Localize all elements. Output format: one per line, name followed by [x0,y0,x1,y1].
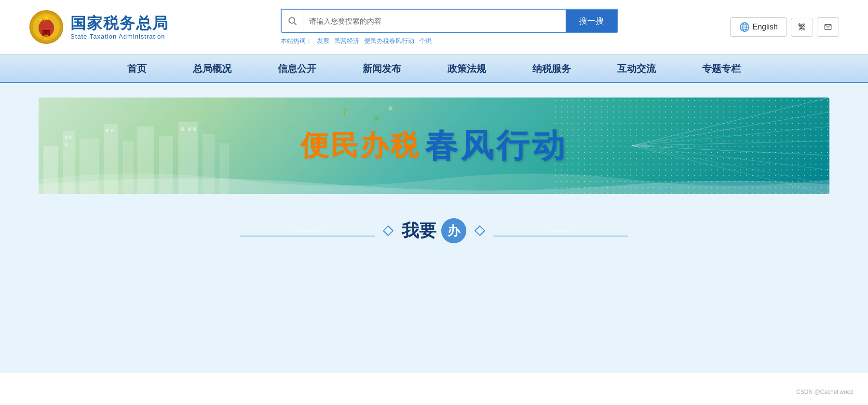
section-title-line-right [493,231,628,231]
svg-line-40 [632,146,829,170]
svg-line-42 [632,146,829,194]
language-label: English [753,23,778,31]
section-title-text: 我要 办 [402,218,466,243]
svg-rect-34 [193,127,196,131]
search-icon-wrap [282,10,303,32]
svg-line-38 [632,141,829,146]
nav-item-home[interactable]: 首页 [104,55,170,82]
svg-rect-33 [188,127,191,131]
search-button[interactable]: 搜一搜 [566,10,617,32]
svg-rect-8 [47,31,49,36]
banner: 便民办税 春风行动 [39,98,829,194]
language-button[interactable]: English [730,17,787,37]
hot-keyword-3[interactable]: 便民办税春风行动 [364,37,414,45]
leaf-3 [387,105,395,113]
logo-title-en: State Taxation Administration [70,33,169,40]
section-title-line-left [240,231,375,231]
main-content: 便民办税 春风行动 我要 办 [0,83,868,373]
section-title-label: 我要 [402,219,436,243]
search-icon [287,16,297,26]
diamond-left [383,225,394,237]
nav-item-interaction[interactable]: 互动交流 [594,55,679,82]
svg-line-39 [632,146,829,155]
header: 国家税务总局 State Taxation Administration 搜一搜… [0,0,868,55]
hot-keyword-2[interactable]: 民营经济 [334,37,359,45]
mail-icon [824,22,832,32]
logo-text: 国家税务总局 State Taxation Administration [70,14,169,40]
svg-line-35 [632,98,829,146]
hot-label: 本站热词： [281,37,312,45]
svg-rect-32 [181,127,184,131]
svg-rect-27 [65,136,68,139]
svg-rect-29 [65,143,68,146]
nav-item-special[interactable]: 专题专栏 [679,55,764,82]
hot-keywords: 本站热词： 发票 民营经济 便民办税春风行动 个税 [281,37,432,45]
logo-title-zh: 国家税务总局 [70,14,169,32]
svg-rect-7 [43,31,45,36]
svg-line-36 [632,112,829,146]
diamond-right [475,225,486,237]
search-area: 搜一搜 本站热词： 发票 民营经济 便民办税春风行动 个税 [281,9,618,45]
search-row: 搜一搜 [281,9,618,33]
banner-text: 便民办税 春风行动 [300,124,568,168]
svg-rect-31 [111,129,113,132]
title-badge-text: 办 [448,223,460,239]
logo-emblem [29,10,64,44]
svg-point-9 [289,17,295,23]
nav-item-overview[interactable]: 总局概况 [170,55,255,82]
mail-button[interactable] [817,17,839,37]
nav-item-tax-service[interactable]: 纳税服务 [509,55,594,82]
title-badge: 办 [441,218,466,243]
banner-text-orange: 便民办税 [300,127,420,165]
hot-keyword-4[interactable]: 个税 [419,37,432,45]
nav-bar: 首页 总局概况 信息公开 新闻发布 政策法规 纳税服务 互动交流 专题专栏 [0,55,868,83]
header-right: English 繁 [730,17,839,37]
banner-text-blue: 春风行动 [425,124,568,168]
logo-area: 国家税务总局 State Taxation Administration [29,10,169,44]
svg-line-10 [294,23,297,25]
svg-rect-30 [106,129,108,132]
traditional-chinese-button[interactable]: 繁 [791,18,813,37]
section-title-area: 我要 办 [39,213,829,248]
hot-keyword-1[interactable]: 发票 [317,37,329,45]
search-input[interactable] [303,10,566,32]
globe-icon [739,22,750,32]
nav-item-policy[interactable]: 政策法规 [424,55,509,82]
leaf-1 [339,107,353,121]
nav-item-news[interactable]: 新闻发布 [339,55,424,82]
svg-line-41 [632,146,829,184]
svg-line-37 [632,126,829,146]
svg-rect-28 [69,136,71,139]
nav-item-info[interactable]: 信息公开 [255,55,339,82]
